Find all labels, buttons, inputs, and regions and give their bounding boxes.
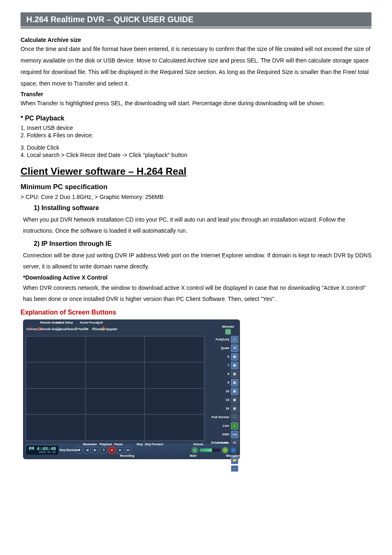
backward-button[interactable]: ◀ [84, 447, 90, 453]
app-screenshot: Connect Remote Search Local Setup Remote… [23, 319, 240, 459]
para-calculate-archive: Once the time and date and file format h… [21, 43, 371, 89]
grid-cell[interactable] [26, 336, 85, 363]
rr-live[interactable]: LiveL [206, 422, 238, 430]
quit-icon[interactable]: ⏻ [100, 326, 106, 332]
heading-activex: *Downloading Active X Control [23, 274, 371, 281]
rr-8[interactable]: 8▦ [206, 370, 238, 378]
rr-7[interactable]: 7▦ [206, 362, 238, 369]
grid-cell[interactable] [85, 414, 145, 441]
pause-button[interactable]: ⏸ [100, 447, 107, 453]
local-setup-icon[interactable]: ✦ [46, 326, 52, 332]
rr-16[interactable]: 16▦ [206, 405, 238, 412]
rr-13[interactable]: 13▦ [206, 396, 238, 404]
grid-cell[interactable] [145, 362, 204, 388]
pantilt-icon[interactable]: ✥ [73, 326, 79, 332]
mid-row: Full(1ch)▢ Quad⊞ 6▦ 7▦ 8▦ 9▦ 10▦ 13▦ 16▦… [25, 335, 238, 442]
clock-date: 2009.02.05 [29, 451, 56, 454]
grid-cell[interactable] [85, 388, 145, 415]
toolbar-icons: ⧉ ◧ ✦ ◪ ✕ ✥ ⊕ ⚙ ⏻ [28, 326, 106, 332]
rr-10[interactable]: 10▦ [206, 388, 238, 395]
volume-area: Volume Mute Select Audio Microphone [191, 447, 237, 453]
step-2: 2. Folders & Files on device: [21, 132, 371, 139]
grid-cell[interactable] [145, 414, 204, 441]
label-stop: Stop [136, 443, 143, 446]
label-microphone: Microphone [226, 454, 242, 457]
step-forward-button[interactable]: ⏭ [125, 447, 131, 453]
minimize-icon[interactable]: ▭ [225, 329, 231, 335]
label-step-forward: Step Forward [145, 443, 163, 446]
step-4: 4. Local search > Click Recor ded Date -… [21, 152, 371, 158]
label-select-audio: Select Audio [211, 441, 228, 444]
label-zoom-focus: Zoom/ Focus [80, 321, 98, 324]
remote-search-icon-2[interactable]: ◪ [55, 326, 61, 332]
grid-cell[interactable] [85, 336, 145, 363]
top-toolbar: Connect Remote Search Local Setup Remote… [25, 321, 238, 335]
label-step-backward: Step Backward [59, 449, 80, 451]
para-installing: When you put DVR Network installation CD… [23, 214, 371, 236]
grid-cell[interactable] [145, 336, 204, 363]
label-recording: Recording [120, 454, 134, 457]
zoom-focus-icon[interactable]: ⊕ [82, 326, 88, 332]
grid-cell[interactable] [26, 414, 85, 441]
rr-6[interactable]: 6▦ [206, 353, 238, 361]
step-1: 1. Insert USB device [21, 125, 371, 131]
clock-time: PM 4:48:40 [29, 446, 56, 451]
heading-explanation: Explanation of Screen Buttons [21, 309, 371, 316]
playback-button[interactable]: ▶ [92, 447, 99, 453]
page-title: H.264 Realtime DVR – QUICK USER GUIDE [26, 15, 194, 24]
connect-icon[interactable]: ⧉ [28, 326, 34, 332]
para-transfer: When Transfer is highlighted press SEL, … [21, 97, 371, 109]
rr-osd[interactable]: OSDOSD [206, 431, 238, 438]
grid-cell[interactable] [26, 388, 85, 415]
volume-slider[interactable] [200, 449, 220, 452]
heading-min-spec: Minimum PC specification [21, 183, 371, 191]
rr-load[interactable]: Load📂 [206, 457, 238, 464]
local-search-icon[interactable]: ✕ [64, 326, 70, 332]
label-local-setup: Local Setup [57, 321, 73, 324]
microphone-knob[interactable] [230, 447, 237, 453]
stop-button[interactable]: ■ [117, 447, 123, 453]
toolbar-labels: Connect Remote Search Local Setup Remote… [25, 321, 238, 326]
remote-search-icon[interactable]: ◧ [37, 326, 43, 332]
label-pause: Pause [114, 443, 123, 446]
grid-cell[interactable] [145, 388, 204, 415]
label-backward: Backward [83, 443, 97, 446]
page-title-bar: H.264 Realtime DVR – QUICK USER GUIDE [21, 12, 371, 27]
heading-calculate-archive: Calculate Archive size [21, 37, 371, 43]
rr-audio[interactable]: ♪ [206, 465, 238, 472]
record-button[interactable]: ● [108, 447, 115, 453]
right-rail: Full(1ch)▢ Quad⊞ 6▦ 7▦ 8▦ 9▦ 10▦ 13▦ 16▦… [206, 335, 238, 442]
heading-ip-insertion: 2) IP Insertion through IE [34, 240, 371, 247]
step-3: 3. Double Click [21, 144, 371, 151]
para-activex: When DVR connects network, the window to… [23, 282, 371, 304]
rr-full1ch[interactable]: Full(1ch)▢ [206, 336, 238, 343]
rr-fullscreen[interactable]: Full Screen⛶ [206, 414, 238, 421]
grid-cell[interactable] [26, 362, 85, 388]
label-volume: Volume [193, 443, 203, 446]
playback-controls: Step Backward Backward Playback Pause Re… [76, 447, 131, 453]
para-ip-insertion: Connection will be done just writing DVR… [23, 250, 371, 272]
clock: PM 4:48:40 2009.02.05 [26, 446, 58, 455]
select-audio-knob[interactable] [222, 447, 228, 453]
firmware-upgrade-icon[interactable]: ⚙ [91, 326, 97, 332]
heading-transfer: Transfer [21, 91, 371, 97]
minimize-area: Minimize ▭ [222, 325, 234, 335]
grid-cell[interactable] [85, 362, 145, 388]
volume-mute-knob[interactable] [191, 447, 198, 453]
heading-installing: 1) Installing software [34, 204, 371, 212]
heading-client-viewer: Client Viewer software – H.264 Real [21, 166, 371, 177]
heading-pc-playback: * PC Playback [21, 115, 371, 122]
label-mute: Mute [190, 454, 196, 457]
label-playback: Playback [99, 443, 112, 446]
bottom-toolbar: PM 4:48:40 2009.02.05 Step Backward Back… [25, 444, 238, 457]
min-spec-line: > CPU: Core 2 Duo 1.8GHz, > Graphic Memo… [21, 194, 371, 200]
video-grid[interactable] [25, 336, 205, 441]
title-underline [21, 28, 371, 28]
label-quit: Quit [97, 321, 103, 324]
label-minimize: Minimize [222, 325, 234, 328]
rr-9[interactable]: 9▦ [206, 379, 238, 386]
rr-quad[interactable]: Quad⊞ [206, 345, 238, 352]
